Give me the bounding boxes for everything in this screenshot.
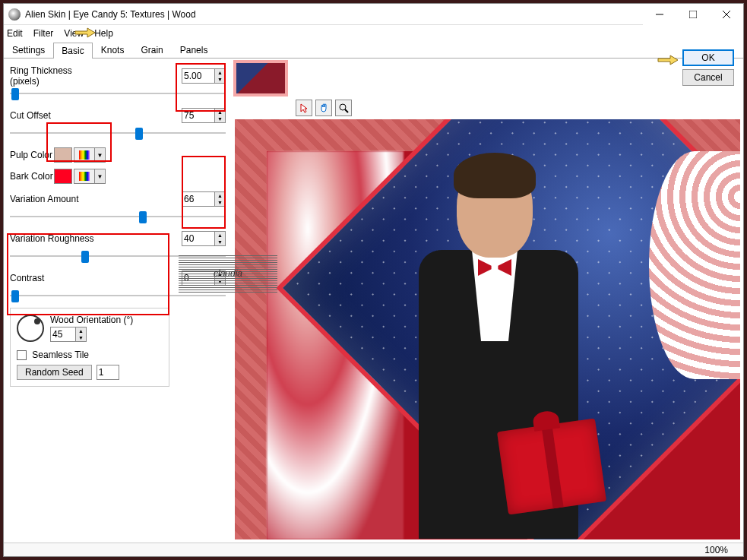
- rainbow-icon: [79, 150, 90, 160]
- pulp-color-swatch[interactable]: [54, 147, 72, 163]
- cut-offset-input[interactable]: [182, 108, 215, 123]
- titlebar: Alien Skin | Eye Candy 5: Textures | Woo…: [4, 4, 743, 25]
- person-figure: [388, 151, 601, 539]
- ring-thickness-slider[interactable]: [10, 87, 226, 100]
- menu-filter[interactable]: Filter: [33, 28, 54, 39]
- app-icon: [8, 8, 21, 21]
- variation-roughness-row: Variation Roughness ▲▼: [10, 229, 226, 248]
- ok-button[interactable]: OK: [682, 49, 734, 66]
- variation-amount-spinner[interactable]: ▲▼: [215, 191, 226, 207]
- hand-tool[interactable]: [315, 100, 332, 116]
- variation-roughness-input[interactable]: [182, 231, 215, 246]
- variation-roughness-spinner[interactable]: ▲▼: [215, 231, 226, 246]
- tabbar: Settings Basic Knots Grain Panels: [4, 42, 743, 59]
- cut-offset-label: Cut Offset: [10, 110, 101, 121]
- bark-color-label: Bark Color: [10, 171, 54, 182]
- content-area: Ring Thickness (pixels) ▲▼ Cut Offset ▲▼: [4, 59, 743, 543]
- pulp-color-row: Pulp Color ▼: [10, 145, 226, 165]
- tab-settings[interactable]: Settings: [4, 42, 53, 58]
- tab-grain[interactable]: Grain: [132, 42, 171, 58]
- minimize-button[interactable]: [643, 4, 676, 25]
- wood-orientation-label: Wood Orientation (°): [50, 315, 133, 325]
- hand-icon: [318, 103, 329, 113]
- thumbnail-preview[interactable]: [233, 60, 288, 96]
- pulp-color-dropdown[interactable]: ▼: [95, 147, 106, 163]
- tab-basic[interactable]: Basic: [53, 43, 92, 59]
- contrast-label: Contrast: [10, 273, 101, 283]
- variation-amount-input[interactable]: [182, 191, 215, 207]
- maximize-icon: [689, 11, 697, 18]
- cancel-button[interactable]: Cancel: [682, 69, 734, 86]
- ring-thickness-input[interactable]: [182, 68, 215, 84]
- ring-thickness-label: Ring Thickness (pixels): [10, 65, 101, 87]
- pulp-color-picker[interactable]: [74, 147, 95, 163]
- tab-knots[interactable]: Knots: [93, 42, 133, 58]
- minimize-icon: [656, 11, 663, 18]
- watermark: claudia: [179, 255, 277, 293]
- cut-offset-slider[interactable]: [10, 127, 226, 139]
- settings-panel: Ring Thickness (pixels) ▲▼ Cut Offset ▲▼: [4, 59, 232, 543]
- preview-canvas[interactable]: [235, 119, 740, 539]
- orientation-dial[interactable]: [17, 315, 44, 342]
- pointer-icon: [299, 103, 309, 113]
- rainbow-icon: [79, 172, 90, 181]
- menu-help[interactable]: Help: [94, 28, 113, 39]
- pulp-color-label: Pulp Color: [10, 150, 54, 160]
- variation-amount-label: Variation Amount: [10, 194, 101, 204]
- pointer-cursor-icon: [74, 22, 97, 39]
- seamless-tile-checkbox[interactable]: [17, 350, 27, 360]
- svg-line-5: [345, 109, 348, 112]
- close-button[interactable]: [710, 4, 743, 25]
- pointer-cursor-icon: [657, 49, 679, 66]
- tab-panels[interactable]: Panels: [172, 42, 217, 58]
- random-seed-input[interactable]: [97, 365, 119, 380]
- bark-color-picker[interactable]: [74, 169, 95, 184]
- close-icon: [723, 11, 730, 18]
- statusbar: 100%: [4, 543, 743, 556]
- menu-edit[interactable]: Edit: [7, 28, 23, 39]
- bark-color-dropdown[interactable]: ▼: [95, 169, 106, 184]
- seamless-tile-label: Seamless Tile: [32, 350, 89, 360]
- dialog-buttons: OK Cancel: [682, 49, 734, 86]
- wood-orientation-spinner[interactable]: ▲▼: [76, 327, 87, 342]
- cut-offset-row: Cut Offset ▲▼: [10, 106, 226, 125]
- magnifier-icon: [338, 103, 349, 113]
- preview-tools: [296, 100, 352, 116]
- swirl-decoration: [649, 151, 740, 379]
- variation-roughness-label: Variation Roughness: [10, 233, 101, 244]
- wood-orientation-input[interactable]: [50, 327, 76, 342]
- bark-color-swatch[interactable]: [54, 169, 72, 184]
- pointer-tool[interactable]: [296, 100, 312, 116]
- variation-amount-row: Variation Amount ▲▼: [10, 189, 226, 209]
- svg-point-4: [340, 104, 346, 110]
- random-seed-button[interactable]: Random Seed: [17, 365, 92, 380]
- cut-offset-spinner[interactable]: ▲▼: [215, 108, 226, 123]
- window-title: Alien Skin | Eye Candy 5: Textures | Woo…: [25, 9, 643, 20]
- bark-color-row: Bark Color ▼: [10, 166, 226, 186]
- preview-image: [267, 151, 740, 539]
- menubar: Edit Filter View Help: [4, 25, 743, 42]
- seamless-tile-row: Seamless Tile: [17, 350, 163, 360]
- ring-thickness-spinner[interactable]: ▲▼: [215, 68, 226, 84]
- maximize-button[interactable]: [676, 4, 710, 25]
- zoom-level: 100%: [704, 545, 728, 555]
- preview-panel: [232, 59, 743, 543]
- zoom-tool[interactable]: [335, 100, 352, 116]
- window-controls: [643, 4, 743, 25]
- dialog-window: Alien Skin | Eye Candy 5: Textures | Woo…: [3, 3, 744, 557]
- orientation-group: Wood Orientation (°) ▲▼ Seamless Tile Ra…: [10, 308, 169, 387]
- svg-rect-1: [689, 11, 697, 18]
- ring-thickness-row: Ring Thickness (pixels) ▲▼: [10, 66, 226, 86]
- variation-amount-slider[interactable]: [10, 210, 226, 223]
